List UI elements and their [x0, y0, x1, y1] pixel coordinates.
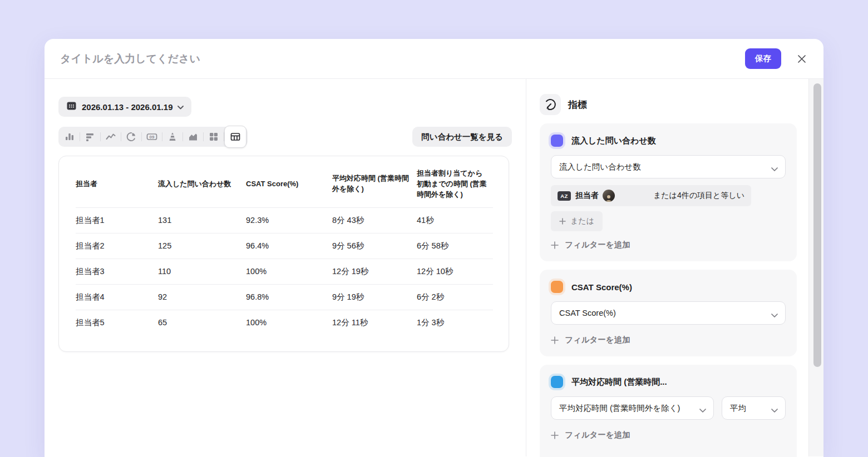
results-table: 担当者 流入した問い合わせ数 CSAT Score(%) 平均対応時間 (営業時… — [76, 160, 493, 335]
cell-avg-handle-time: 12分 19秒 — [332, 259, 417, 284]
scrollbar-thumb[interactable] — [813, 83, 821, 367]
field-type-badge: AZ — [558, 191, 571, 201]
metric-card-inquiries: 流入した問い合わせ数 流入した問い合わせ数 AZ 担当者 — [540, 123, 797, 261]
table-icon[interactable] — [224, 126, 246, 148]
filter-chip-agent[interactable]: AZ 担当者 または4件の項目と等しい — [551, 185, 751, 206]
chevron-down-icon — [771, 406, 778, 415]
cell-avg-handle-time: 9分 56秒 — [332, 233, 417, 259]
add-filter-button[interactable]: フィルターを追加 — [551, 430, 786, 440]
metric-card-avg-handle-time: 平均対応時間 (営業時間... 平均対応時間 (営業時間外を除く) 平均 — [540, 365, 797, 457]
metrics-panel-header: 指標 — [540, 94, 808, 115]
add-filter-label: フィルターを追加 — [565, 240, 630, 250]
results-table-card: 担当者 流入した問い合わせ数 CSAT Score(%) 平均対応時間 (営業時… — [58, 156, 509, 352]
metrics-sidebar: 指標 流入した問い合わせ数 流入した問い合わせ数 AZ — [526, 79, 808, 456]
chevron-down-icon — [771, 165, 778, 173]
metric-card-csat: CSAT Score(%) CSAT Score(%) フィルターを追加 — [540, 270, 797, 356]
pie-chart-icon[interactable] — [121, 127, 141, 147]
cell-inquiries: 125 — [158, 233, 246, 259]
metric-title: 流入した問い合わせ数 — [571, 136, 656, 146]
metric-head: 平均対応時間 (営業時間... — [551, 376, 786, 388]
column-header: 担当者割り当てから初動までの時間 (営業時間外を除く) — [417, 160, 493, 207]
view-inquiry-list-button[interactable]: 問い合わせ一覧を見る — [412, 127, 512, 147]
sidebar-scrollbar — [808, 79, 823, 456]
cell-agent: 担当者5 — [76, 310, 158, 335]
cell-inquiries: 131 — [158, 207, 246, 233]
chevron-down-icon — [771, 311, 778, 320]
cell-csat: 96.8% — [246, 284, 332, 310]
cell-csat: 100% — [246, 310, 332, 335]
plus-icon — [559, 218, 566, 225]
grid-icon[interactable] — [204, 127, 224, 147]
date-range-picker[interactable]: 2026.01.13 - 2026.01.19 — [58, 97, 191, 117]
table-row: 担当者1 131 92.3% 8分 43秒 41秒 — [76, 207, 493, 233]
report-title-input[interactable]: タイトルを入力してください — [60, 52, 745, 66]
metric-head: CSAT Score(%) — [551, 281, 786, 293]
save-button[interactable]: 保存 — [745, 48, 781, 69]
svg-text:09: 09 — [150, 135, 155, 140]
plus-icon — [551, 431, 559, 439]
metric-title: CSAT Score(%) — [571, 282, 632, 292]
column-header: 担当者 — [76, 160, 158, 207]
metric-select[interactable]: 平均対応時間 (営業時間外を除く) — [551, 396, 714, 420]
plus-icon — [551, 241, 559, 249]
plus-icon — [551, 336, 559, 344]
column-header: 流入した問い合わせ数 — [158, 160, 246, 207]
cell-inquiries: 92 — [158, 284, 246, 310]
cell-agent: 担当者3 — [76, 259, 158, 284]
metric-title: 平均対応時間 (営業時間... — [571, 377, 667, 388]
cell-agent: 担当者2 — [76, 233, 158, 259]
cell-first-response-time: 1分 3秒 — [417, 310, 493, 335]
or-label: または — [570, 216, 594, 226]
calendar-icon — [66, 101, 77, 113]
filter-condition-label: または4件の項目と等しい — [653, 191, 744, 201]
horizontal-bar-chart-icon[interactable] — [80, 127, 100, 147]
cell-first-response-time: 6分 58秒 — [417, 233, 493, 259]
report-preview-pane: 2026.01.13 - 2026.01.19 — [45, 79, 526, 456]
app-background: タイトルを入力してください 保存 2026.01.13 - 2026.01.19 — [0, 0, 868, 457]
metric-select-value: 流入した問い合わせ数 — [559, 162, 641, 172]
metric-select-value: CSAT Score(%) — [559, 309, 616, 317]
area-chart-icon[interactable] — [183, 127, 203, 147]
modal-body: 2026.01.13 - 2026.01.19 — [45, 79, 823, 456]
funnel-chart-icon[interactable] — [162, 127, 183, 147]
add-filter-button[interactable]: フィルターを追加 — [551, 335, 786, 345]
cell-inquiries: 65 — [158, 310, 246, 335]
cell-first-response-time: 12分 10秒 — [417, 259, 493, 284]
avatar — [603, 190, 615, 202]
column-header: CSAT Score(%) — [246, 160, 332, 207]
cell-csat: 96.4% — [246, 233, 332, 259]
line-chart-icon[interactable] — [101, 127, 121, 147]
metric-select[interactable]: 流入した問い合わせ数 — [551, 155, 786, 178]
add-filter-label: フィルターを追加 — [565, 430, 630, 440]
metric-color-dot — [551, 135, 563, 147]
modal-header: タイトルを入力してください 保存 — [45, 39, 823, 79]
cell-csat: 92.3% — [246, 207, 332, 233]
table-row: 担当者2 125 96.4% 9分 56秒 6分 58秒 — [76, 233, 493, 259]
metric-head: 流入した問い合わせ数 — [551, 135, 786, 147]
add-or-condition-button[interactable]: または — [551, 211, 603, 231]
column-header: 平均対応時間 (営業時間外を除く) — [332, 160, 417, 207]
cell-avg-handle-time: 12分 11秒 — [332, 310, 417, 335]
table-row: 担当者5 65 100% 12分 11秒 1分 3秒 — [76, 310, 493, 335]
chart-toolbar: 09 — [58, 126, 512, 148]
cell-csat: 100% — [246, 259, 332, 284]
chart-type-switcher: 09 — [58, 127, 248, 147]
number-icon[interactable]: 09 — [142, 127, 162, 147]
date-range-label: 2026.01.13 - 2026.01.19 — [82, 102, 172, 112]
add-filter-label: フィルターを追加 — [565, 335, 630, 345]
metric-select[interactable]: CSAT Score(%) — [551, 301, 786, 325]
metric-color-dot — [551, 376, 563, 388]
report-editor-modal: タイトルを入力してください 保存 2026.01.13 - 2026.01.19 — [45, 39, 823, 457]
close-icon[interactable] — [796, 53, 808, 65]
cell-first-response-time: 6分 2秒 — [417, 284, 493, 310]
metric-color-dot — [551, 281, 563, 293]
table-row: 担当者3 110 100% 12分 19秒 12分 10秒 — [76, 259, 493, 284]
cell-avg-handle-time: 9分 19秒 — [332, 284, 417, 310]
metric-select-row: 平均対応時間 (営業時間外を除く) 平均 — [551, 388, 786, 420]
chevron-down-icon — [177, 102, 184, 112]
aggregation-select[interactable]: 平均 — [722, 396, 786, 420]
filter-field-label: 担当者 — [575, 191, 599, 201]
add-filter-button[interactable]: フィルターを追加 — [551, 240, 786, 250]
cell-first-response-time: 41秒 — [417, 207, 493, 233]
bar-chart-icon[interactable] — [60, 127, 80, 147]
